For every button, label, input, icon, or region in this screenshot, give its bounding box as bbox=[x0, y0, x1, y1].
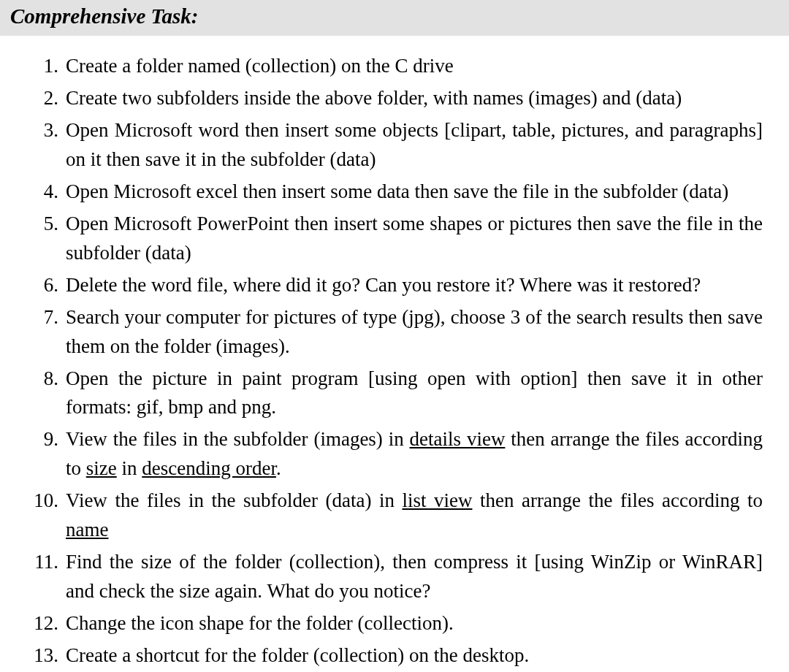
underlined-text: name bbox=[66, 519, 108, 541]
task-item: Open Microsoft word then insert some obj… bbox=[54, 116, 763, 175]
task-item: Find the size of the folder (collection)… bbox=[54, 548, 763, 606]
task-item: Delete the word file, where did it go? C… bbox=[54, 271, 763, 300]
task-item: Create a shortcut for the folder (collec… bbox=[54, 641, 763, 671]
task-item: Change the icon shape for the folder (co… bbox=[54, 609, 763, 638]
text-segment: View the files in the subfolder (images)… bbox=[66, 428, 410, 450]
text-segment: View the files in the subfolder (data) i… bbox=[66, 489, 402, 511]
underlined-text: list view bbox=[402, 489, 472, 511]
underlined-text: details view bbox=[410, 428, 506, 450]
task-item: Open Microsoft PowerPoint then insert so… bbox=[54, 210, 763, 268]
text-segment: then arrange the files according to bbox=[473, 489, 763, 511]
task-item: Open Microsoft excel then insert some da… bbox=[54, 177, 763, 207]
section-heading: Comprehensive Task: bbox=[0, 0, 789, 36]
task-item: Open the picture in paint program [using… bbox=[54, 364, 763, 423]
text-segment: . bbox=[276, 457, 281, 479]
document-page: Comprehensive Task: Create a folder name… bbox=[0, 0, 789, 671]
text-segment: in bbox=[117, 457, 142, 479]
task-item: View the files in the subfolder (data) i… bbox=[54, 486, 763, 545]
task-list: Create a folder named (collection) on th… bbox=[0, 52, 789, 671]
underlined-text: descending order bbox=[142, 457, 276, 479]
task-item: Search your computer for pictures of typ… bbox=[54, 303, 763, 362]
task-item: View the files in the subfolder (images)… bbox=[54, 425, 763, 484]
underlined-text: size bbox=[86, 457, 117, 479]
task-item: Create a folder named (collection) on th… bbox=[54, 52, 763, 81]
task-item: Create two subfolders inside the above f… bbox=[54, 84, 763, 113]
